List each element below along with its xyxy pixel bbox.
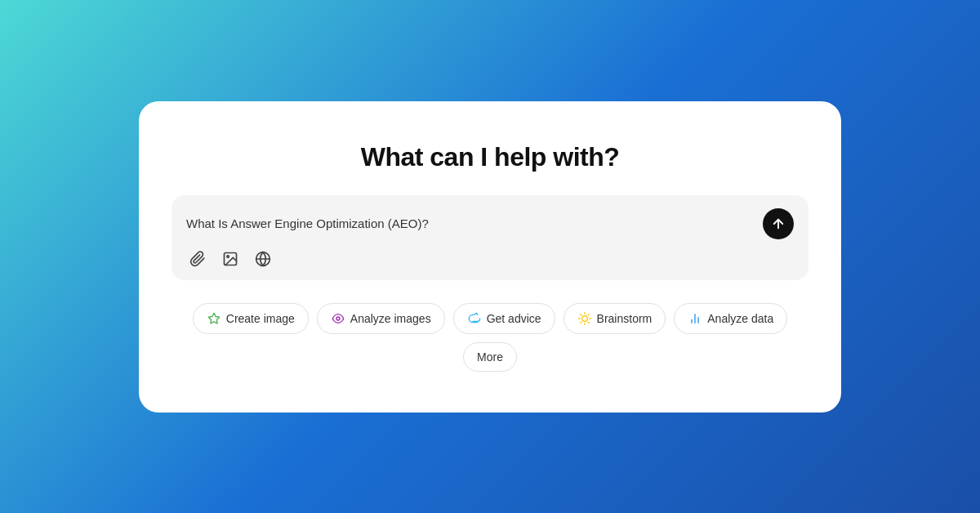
input-row: What Is Answer Engine Optimization (AEO)…: [186, 208, 794, 239]
svg-point-7: [581, 315, 587, 321]
svg-line-14: [580, 322, 581, 323]
create-image-icon: [207, 311, 221, 326]
create-image-label: Create image: [226, 312, 295, 325]
svg-point-2: [227, 255, 229, 257]
get-advice-label: Get advice: [487, 312, 541, 325]
toolbar-row: [186, 248, 794, 270]
analyze-images-label: Analyze images: [350, 312, 431, 325]
create-image-button[interactable]: Create image: [193, 303, 309, 334]
image-edit-icon[interactable]: [219, 248, 242, 270]
brainstorm-button[interactable]: Brainstorm: [564, 303, 666, 334]
analyze-images-button[interactable]: Analyze images: [317, 303, 445, 334]
get-advice-button[interactable]: Get advice: [453, 303, 555, 334]
analyze-data-label: Analyze data: [707, 312, 773, 325]
svg-point-6: [336, 317, 340, 320]
globe-icon[interactable]: [252, 248, 274, 270]
more-label: More: [477, 350, 503, 364]
svg-line-15: [588, 314, 589, 314]
send-button[interactable]: [763, 208, 794, 239]
brainstorm-icon: [577, 311, 592, 326]
analyze-images-icon: [331, 311, 345, 326]
analyze-data-icon: [688, 311, 702, 326]
svg-line-11: [588, 322, 589, 323]
main-card: What can I help with? What Is Answer Eng…: [139, 101, 841, 413]
brainstorm-label: Brainstorm: [597, 312, 653, 325]
input-value[interactable]: What Is Answer Engine Optimization (AEO)…: [186, 216, 763, 230]
svg-line-10: [580, 314, 581, 314]
analyze-data-button[interactable]: Analyze data: [674, 303, 787, 334]
input-area: What Is Answer Engine Optimization (AEO)…: [172, 195, 808, 280]
more-button[interactable]: More: [463, 342, 517, 372]
svg-marker-5: [208, 313, 219, 323]
page-headline: What can I help with?: [361, 142, 620, 172]
attach-icon[interactable]: [186, 248, 209, 270]
get-advice-icon: [467, 311, 482, 326]
action-buttons: Create image Analyze images Get advice: [172, 303, 808, 372]
